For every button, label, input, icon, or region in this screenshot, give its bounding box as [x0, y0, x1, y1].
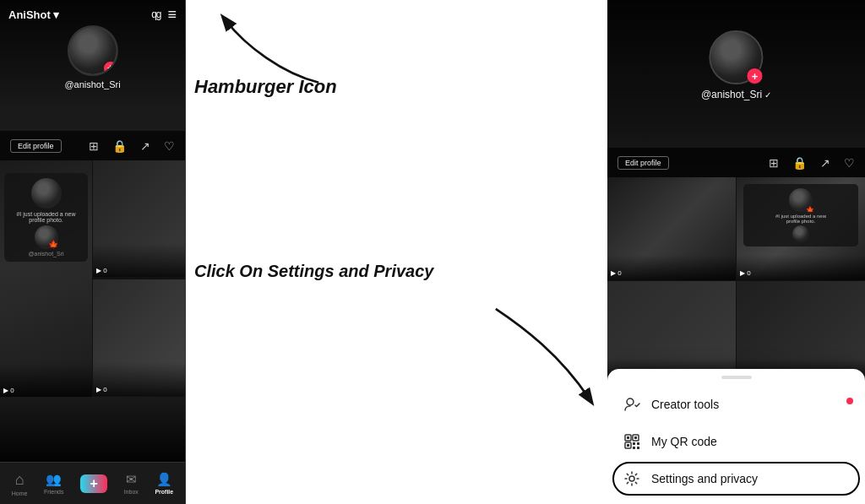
avatar-plus-right[interactable]: + — [747, 68, 764, 84]
heart-icon: ♡ — [164, 139, 175, 153]
notification-dot — [846, 398, 853, 404]
heart-icon-right: ♡ — [844, 156, 855, 170]
settings-label: Click On Settings and Privacy — [194, 262, 433, 281]
nav-friends-label: Friends — [44, 489, 63, 495]
edit-profile-btn[interactable]: Edit profile — [10, 139, 62, 153]
nav-profile[interactable]: 👤 Profile — [155, 472, 173, 495]
settings-privacy-label: Settings and privacy — [651, 472, 758, 485]
live-icon[interactable]: qg — [151, 8, 160, 20]
hamburger-icon[interactable]: ≡ — [167, 7, 177, 22]
share-icon: ↗ — [140, 139, 150, 153]
view-count-2: ▶ 0 — [96, 386, 107, 393]
svg-rect-10 — [633, 447, 635, 449]
settings-privacy-wrapper: Settings and privacy — [607, 460, 865, 497]
profile-header-left: AniShot ▾ qg ≡ — [0, 0, 185, 27]
profile-overlay-avatar — [31, 178, 62, 209]
creator-tools-icon — [623, 395, 641, 414]
video-thumb-1[interactable]: ▶ 0 — [93, 160, 185, 277]
username-handle-right: @anishot_Sri — [701, 89, 762, 100]
settings-icon — [623, 469, 641, 488]
video-right-2[interactable]: 🍁 #I just uploaded a newprofile photo. ▶… — [737, 177, 865, 280]
avatar-left: + — [67, 25, 117, 76]
inbox-icon: ✉ — [126, 472, 137, 487]
nav-home-label: Home — [12, 490, 28, 496]
svg-rect-11 — [637, 442, 639, 445]
nav-inbox-label: Inbox — [124, 489, 139, 495]
bottom-nav-left: ⌂ Home 👥 Friends + ✉ Inbox 👤 Profile — [0, 462, 185, 504]
nav-friends[interactable]: 👥 Friends — [44, 472, 63, 495]
home-icon: ⌂ — [15, 471, 24, 489]
verified-icon: ✓ — [764, 90, 771, 100]
bottom-gradient-left — [0, 394, 185, 462]
video-thumb-main[interactable]: #I just uploaded a newprofile photo. 🍁 @… — [0, 160, 92, 397]
svg-point-2 — [627, 398, 634, 405]
svg-rect-8 — [627, 444, 629, 447]
svg-point-13 — [629, 476, 634, 481]
hamburger-label: Hamburger Icon — [194, 76, 337, 98]
videos-grid-left: #I just uploaded a newprofile photo. 🍁 @… — [0, 160, 185, 397]
arrow-settings — [487, 300, 596, 409]
creator-tools-label: Creator tools — [651, 398, 719, 411]
svg-rect-6 — [634, 436, 637, 439]
left-phone: AniShot ▾ qg ≡ + @anishot_Sri Edit profi… — [0, 0, 186, 504]
share-icon-right: ↗ — [820, 156, 830, 170]
band-icons-right: ⊞ 🔒 ↗ ♡ — [769, 156, 855, 170]
qr-code-label: My QR code — [651, 435, 717, 448]
dark-band-left: Edit profile ⊞ 🔒 ↗ ♡ — [0, 131, 185, 160]
sheet-handle — [721, 376, 752, 379]
video-thumb-2[interactable]: ▶ 0 — [93, 279, 185, 396]
video-right-1[interactable]: ▶ 0 — [607, 177, 736, 280]
header-icons-left: qg ≡ — [151, 7, 177, 22]
profile-icon: 👤 — [156, 472, 172, 487]
username-handle-left: @anishot_Sri — [64, 79, 120, 89]
view-count-main: ▶ 0 — [3, 387, 14, 394]
sheet-item-creator-tools[interactable]: Creator tools — [607, 386, 865, 423]
band-icons: ⊞ 🔒 ↗ ♡ — [89, 139, 175, 153]
avatar-section-right: + @anishot_Sri ✓ — [701, 24, 771, 100]
lock-icon: 🔒 — [112, 139, 127, 153]
lock-icon-right: 🔒 — [792, 156, 807, 170]
sheet-item-qr-code[interactable]: My QR code — [607, 423, 865, 460]
nav-home[interactable]: ⌂ Home — [12, 471, 28, 496]
grid-icon: ⊞ — [89, 139, 99, 153]
svg-rect-4 — [627, 436, 629, 439]
edit-profile-right[interactable]: Edit profile — [617, 156, 669, 170]
video-profile-card: 🍁 #I just uploaded a newprofile photo. — [743, 184, 858, 247]
nav-create[interactable]: + — [80, 474, 107, 493]
avatar-section-left: + @anishot_Sri — [64, 25, 120, 89]
profile-overlay-text: #I just uploaded a newprofile photo. — [16, 211, 75, 223]
qr-code-icon — [623, 432, 641, 451]
view-count-1: ▶ 0 — [96, 267, 107, 274]
grid-icon-right: ⊞ — [769, 156, 779, 170]
right-phone: + @anishot_Sri ✓ Edit profile ⊞ 🔒 ↗ ♡ ▶ … — [607, 0, 865, 504]
username-right: @anishot_Sri ✓ — [701, 89, 771, 100]
avatar-plus-left[interactable]: + — [102, 61, 117, 76]
username-left: AniShot ▾ — [8, 8, 59, 21]
bottom-sheet: Creator tools — [607, 369, 865, 504]
create-plus-button[interactable]: + — [80, 474, 107, 493]
nav-inbox[interactable]: ✉ Inbox — [124, 472, 139, 495]
svg-rect-9 — [633, 442, 635, 445]
avatar-right: + — [710, 30, 764, 84]
profile-overlay-card: #I just uploaded a newprofile photo. 🍁 @… — [4, 173, 88, 262]
friends-icon: 👥 — [46, 472, 62, 487]
svg-rect-12 — [637, 447, 639, 449]
videos-grid-right: ▶ 0 🍁 #I just uploaded a newprofile phot… — [607, 177, 865, 384]
dark-band-right: Edit profile ⊞ 🔒 ↗ ♡ — [607, 148, 865, 177]
sheet-item-settings[interactable]: Settings and privacy — [607, 460, 865, 497]
nav-profile-label: Profile — [155, 489, 173, 495]
